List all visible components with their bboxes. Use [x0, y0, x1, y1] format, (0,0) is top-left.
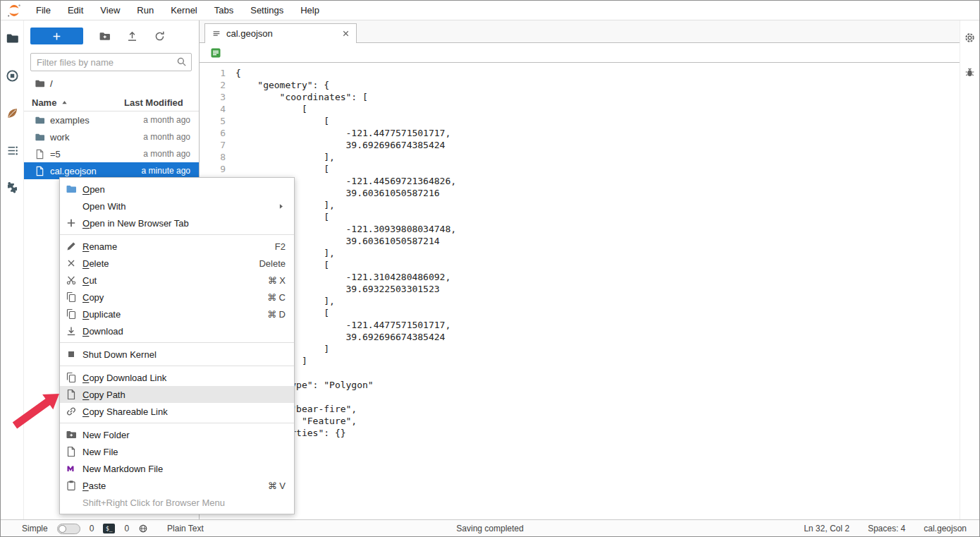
filter-files-input[interactable] [30, 53, 192, 71]
leaf-extension-icon[interactable] [6, 107, 19, 120]
simple-mode-toggle[interactable] [57, 524, 80, 534]
refresh-button[interactable] [154, 30, 166, 42]
menu-item-download[interactable]: Download [60, 322, 294, 339]
menu-item-label: Download [82, 326, 286, 337]
property-inspector-icon[interactable] [964, 32, 976, 44]
menu-shortcut: ⌘ C [267, 292, 286, 303]
menu-item-label: Copy Shareable Link [82, 406, 286, 417]
running-sessions-icon[interactable] [6, 69, 19, 83]
code-line: [ [235, 115, 456, 127]
terminal-icon: $_ [103, 524, 115, 533]
menu-item-label: Delete [82, 258, 259, 269]
markdown-icon [66, 463, 77, 474]
file-row-work[interactable]: worka month ago [24, 128, 199, 145]
tab-spaces[interactable]: Spaces: 4 [868, 524, 905, 533]
file-browser-icon[interactable] [6, 32, 19, 45]
menu-item-label: New Folder [82, 430, 286, 440]
menubar-item-run[interactable]: Run [128, 1, 162, 20]
plus-icon [51, 31, 62, 42]
menu-divider [60, 423, 294, 423]
menu-item-open-in-new-browser-tab[interactable]: Open in New Browser Tab [60, 215, 294, 231]
close-icon [66, 258, 77, 269]
last-modified-header[interactable]: Last Modified [121, 97, 199, 108]
menu-item-label: Copy Path [82, 390, 286, 400]
editor-mode[interactable]: Plain Text [167, 524, 204, 533]
menu-item-label: Shut Down Kernel [82, 349, 286, 360]
menu-item-paste[interactable]: Paste⌘ V [60, 477, 294, 494]
file-filter [30, 53, 192, 71]
menubar-item-file[interactable]: File [27, 1, 59, 20]
simple-mode-label: Simple [22, 524, 48, 533]
file-name: work [50, 132, 121, 143]
menu-shortcut: ⌘ D [267, 309, 286, 320]
upload-button[interactable] [126, 30, 138, 42]
code-line: [ [235, 103, 456, 115]
menu-divider [60, 366, 294, 366]
menu-item-new-folder[interactable]: New Folder [60, 426, 294, 443]
menu-shortcut: ⌘ X [268, 275, 286, 286]
menu-item-new-file[interactable]: New File [60, 443, 294, 460]
status-bar: Simple 0 $_ 0 Plain Text Saving complete… [1, 519, 979, 537]
new-folder-button[interactable] [99, 30, 111, 42]
menu-item-shut-down-kernel[interactable]: Shut Down Kernel [60, 346, 294, 363]
table-of-contents-icon[interactable] [6, 144, 19, 157]
copy-icon [66, 372, 77, 383]
menu-item-label: Paste [82, 481, 268, 491]
menu-item-copy-path[interactable]: Copy Path [60, 386, 294, 403]
code-line: -121.4477571501717, [235, 127, 456, 139]
folder-icon [66, 183, 77, 195]
code-line: "coordinates": [ [235, 91, 456, 103]
file-name: cal.geojson [50, 166, 121, 176]
menu-item-cut[interactable]: Cut⌘ X [60, 272, 294, 289]
extension-manager-icon[interactable] [6, 181, 19, 195]
menubar-item-help[interactable]: Help [292, 1, 328, 20]
menubar-item-edit[interactable]: Edit [59, 1, 92, 20]
copy-icon [66, 291, 77, 303]
menubar-item-tabs[interactable]: Tabs [206, 1, 242, 20]
debugger-icon[interactable] [964, 66, 976, 78]
file-icon [35, 149, 45, 159]
line-number: 2 [200, 79, 226, 91]
file-row-examples[interactable]: examplesa month ago [24, 111, 199, 128]
tab-close-icon[interactable] [341, 29, 350, 38]
code-line: [ [235, 163, 456, 175]
menu-item-open[interactable]: Open [60, 181, 294, 198]
cursor-position[interactable]: Ln 32, Col 2 [804, 524, 850, 533]
code-line: "geometry": { [235, 79, 456, 91]
code-editor[interactable]: 1234567891011121314151617181920212223242… [200, 63, 960, 519]
menu-item-rename[interactable]: RenameF2 [60, 238, 294, 255]
stop-icon [66, 349, 77, 360]
menu-item-copy-download-link[interactable]: Copy Download Link [60, 369, 294, 386]
breadcrumb[interactable]: / [24, 71, 199, 95]
menu-item-new-markdown-file[interactable]: New Markdown File [60, 460, 294, 477]
file-modified: a month ago [121, 115, 199, 125]
menu-item-copy[interactable]: Copy⌘ C [60, 289, 294, 306]
file-modified: a month ago [121, 132, 199, 142]
code-line: 39.692696674385424 [235, 139, 456, 151]
line-number: 3 [200, 91, 226, 103]
menu-item-delete[interactable]: DeleteDelete [60, 255, 294, 272]
paste-icon [66, 480, 77, 491]
download-icon [66, 325, 77, 337]
folder-plus-icon [66, 429, 77, 440]
menubar-item-view[interactable]: View [92, 1, 128, 20]
code-line: { [235, 67, 456, 79]
menu-hint: Shift+Right Click for Browser Menu [60, 494, 294, 511]
menubar-item-kernel[interactable]: Kernel [162, 1, 206, 20]
menubar-item-settings[interactable]: Settings [242, 1, 292, 20]
menu-item-copy-shareable-link[interactable]: Copy Shareable Link [60, 403, 294, 420]
menu-item-open-with[interactable]: Open With [60, 198, 294, 215]
new-launcher-button[interactable] [30, 28, 83, 44]
status-bar-right: Ln 32, Col 2 Spaces: 4 cal.geojson [804, 524, 967, 533]
sort-by-name-header[interactable]: Name [32, 97, 121, 108]
line-number: 6 [200, 127, 226, 139]
file-icon [35, 166, 45, 176]
menu-item-duplicate[interactable]: Duplicate⌘ D [60, 306, 294, 322]
file-name: examples [50, 115, 121, 126]
file-row-5[interactable]: =5a month ago [24, 145, 199, 162]
tab-cal-geojson[interactable]: cal.geojson [204, 23, 357, 43]
kernel-count[interactable]: 0 [124, 524, 129, 533]
scissors-icon [66, 274, 77, 286]
terminal-count[interactable]: 0 [90, 524, 94, 533]
file-modified: a month ago [121, 149, 199, 159]
